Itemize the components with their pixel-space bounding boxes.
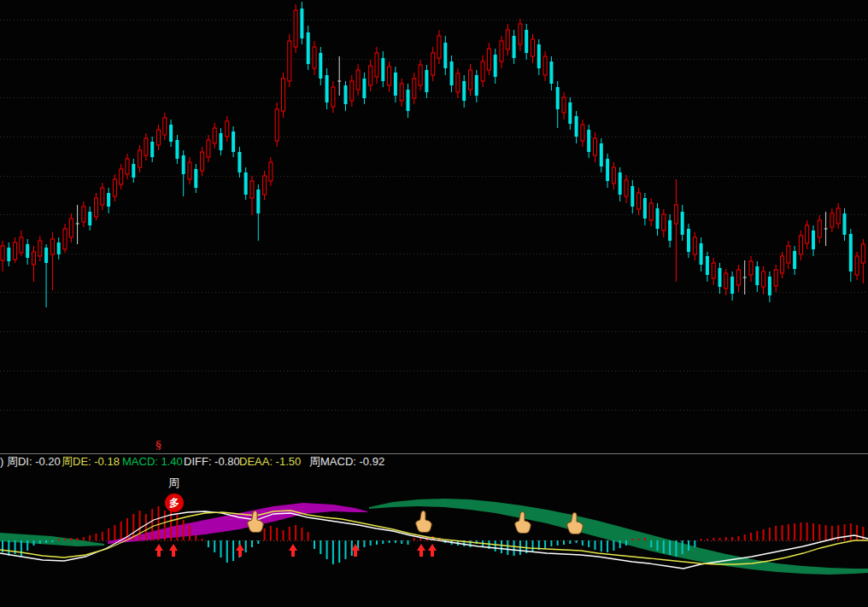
section-symbol-marker: § [155,439,161,452]
indicator-macd-value: MACD: 1.40 [122,455,183,469]
buy-arrow-icon [155,544,163,557]
buy-arrow-icon [417,544,425,557]
trading-chart-window: ) 周DI: -0.20 周DE: -0.18 MACD: 1.40 DIFF:… [0,0,868,607]
indicator-value-row: ) 周DI: -0.20 周DE: -0.18 MACD: 1.40 DIFF:… [0,455,868,470]
indicator-weekmacd-value: 周MACD: -0.92 [309,455,384,469]
indicator-diff-value: DIFF: -0.80 [184,455,240,469]
buy-arrow-icon [236,544,244,557]
indicator-weekde-value: 周DE: -0.18 [62,455,120,469]
hand-pointer-icon [416,511,432,533]
indicator-weekdi-value: ) 周DI: -0.20 [0,455,61,469]
indicator-deaa-value: DEAA: -1.50 [239,455,301,469]
long-signal-badge: 多 [165,493,184,512]
buy-arrow-icon [289,544,297,557]
week-text-marker: 周 [168,476,179,491]
chart-canvas[interactable] [0,0,868,607]
buy-arrow-icon [169,544,178,557]
buy-arrow-icon [428,544,437,557]
long-badge-label: 多 [169,496,179,511]
